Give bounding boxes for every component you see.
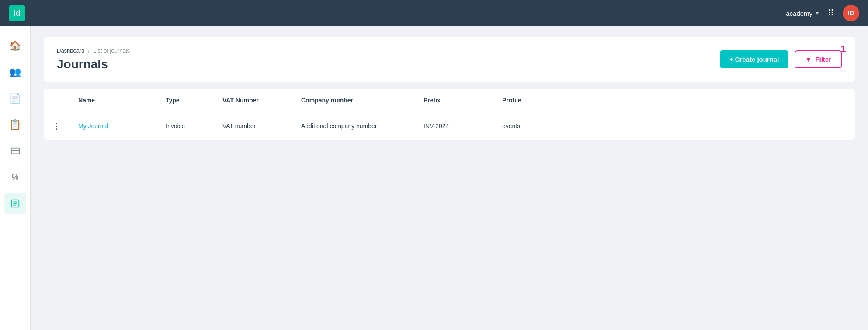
- row-type-value: Invoice: [166, 123, 185, 130]
- col-header-name: Name: [69, 89, 157, 112]
- navbar-left: id: [9, 5, 25, 21]
- filter-icon: ▼: [805, 56, 812, 63]
- filter-button[interactable]: ▼ Filter: [795, 50, 842, 68]
- row-vat-value: VAT number: [222, 123, 256, 130]
- table-row: ⋮ My Journal Invoice VAT number Addition: [44, 112, 855, 140]
- journals-table: Name Type VAT Number Company number Pref…: [44, 89, 855, 140]
- sidebar-item-journals[interactable]: [4, 193, 26, 214]
- row-prefix-value: INV-2024: [424, 123, 449, 130]
- col-header-company: Company number: [292, 89, 415, 112]
- page-header-left: Dashboard / List of journals Journals: [57, 47, 130, 71]
- col-header-actions: [44, 89, 69, 112]
- row-prefix-cell: INV-2024: [415, 112, 493, 140]
- row-profile-value: events: [502, 123, 520, 130]
- breadcrumb: Dashboard / List of journals: [57, 47, 130, 54]
- breadcrumb-current: List of journals: [93, 47, 130, 54]
- filter-label: Filter: [815, 56, 831, 63]
- header-actions: + Create journal 1 ▼ Filter: [720, 50, 842, 68]
- navbar-right: academy ▼ ⠿ ID: [786, 5, 859, 21]
- main-content: Dashboard / List of journals Journals + …: [31, 26, 868, 330]
- page-title: Journals: [57, 57, 130, 71]
- svg-rect-0: [11, 148, 19, 154]
- sidebar: 🏠 👥 📄 📋 %: [0, 26, 31, 330]
- row-profile-cell: events: [493, 112, 855, 140]
- sidebar-item-contacts[interactable]: 👥: [4, 61, 26, 83]
- filter-badge: 1: [841, 44, 846, 54]
- col-header-prefix: Prefix: [415, 89, 493, 112]
- row-company-cell: Additional company number: [292, 112, 415, 140]
- row-actions-cell: ⋮: [44, 112, 69, 140]
- row-name-cell: My Journal: [69, 112, 157, 140]
- company-selector[interactable]: academy ▼: [786, 10, 820, 17]
- page-header-card: Dashboard / List of journals Journals + …: [44, 37, 855, 82]
- row-type-cell: Invoice: [157, 112, 214, 140]
- sidebar-item-documents[interactable]: 📄: [4, 88, 26, 109]
- logo[interactable]: id: [9, 5, 25, 21]
- grid-apps-icon[interactable]: ⠿: [828, 8, 835, 18]
- sidebar-item-home[interactable]: 🏠: [4, 35, 26, 57]
- avatar[interactable]: ID: [843, 5, 859, 21]
- create-journal-button[interactable]: + Create journal: [720, 50, 789, 68]
- row-company-value: Additional company number: [301, 123, 377, 130]
- table-header-row: Name Type VAT Number Company number Pref…: [44, 89, 855, 112]
- app-body: 🏠 👥 📄 📋 % Dashboard: [0, 26, 868, 330]
- sidebar-item-orders[interactable]: 📋: [4, 114, 26, 136]
- row-actions-menu-icon[interactable]: ⋮: [52, 122, 61, 130]
- col-header-type: Type: [157, 89, 214, 112]
- breadcrumb-dashboard[interactable]: Dashboard: [57, 47, 85, 54]
- col-header-vat: VAT Number: [214, 89, 292, 112]
- chevron-down-icon: ▼: [815, 10, 820, 16]
- top-navbar: id academy ▼ ⠿ ID: [0, 0, 868, 26]
- sidebar-item-tax[interactable]: %: [4, 166, 26, 188]
- journal-name-link[interactable]: My Journal: [78, 123, 108, 130]
- company-name: academy: [786, 10, 812, 17]
- breadcrumb-separator: /: [88, 47, 90, 54]
- col-header-profile: Profile: [493, 89, 855, 112]
- row-vat-cell: VAT number: [214, 112, 292, 140]
- sidebar-item-finance[interactable]: [4, 140, 26, 162]
- filter-button-wrapper: 1 ▼ Filter: [795, 50, 842, 68]
- journals-table-card: Name Type VAT Number Company number Pref…: [44, 89, 855, 140]
